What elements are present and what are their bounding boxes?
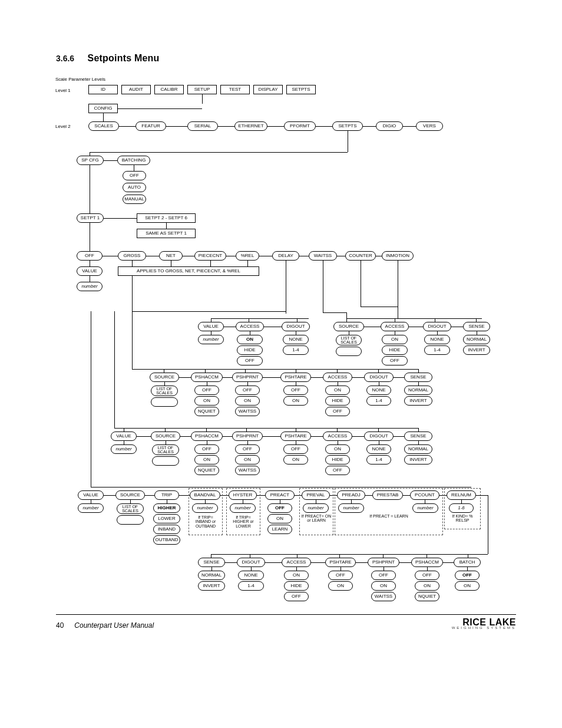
gC-pshtare-off: OFF xyxy=(283,444,308,454)
gC-sense-invert: INVERT xyxy=(404,455,432,465)
gD-trip-higher: HIGHER xyxy=(153,503,180,513)
batching: BATCHING xyxy=(117,156,150,165)
page-number: 40 xyxy=(56,621,64,630)
gE-pshtare-off: OFF xyxy=(328,571,353,580)
level1-SETPTS: SETPTS xyxy=(286,85,316,94)
gD-trip-outband: OUTBAND xyxy=(153,535,180,545)
gC-access: ACCESS xyxy=(323,431,352,441)
l2-scales: SCALES xyxy=(88,121,119,131)
gD-pcount-num: number xyxy=(412,503,438,513)
gB-sense-invert: INVERT xyxy=(404,396,432,406)
setpt-range: SETPT 2 - SETPT 6 xyxy=(137,213,196,223)
if-trip-inband: If TRIP= INBAND or OUTBAND xyxy=(190,515,222,528)
value-number: number xyxy=(77,282,103,291)
gA-digout-14: 1-4 xyxy=(283,345,309,355)
gA-access-on: ON xyxy=(237,335,263,344)
gB-pshprnt-off: OFF xyxy=(235,386,260,395)
value-pill: VALUE xyxy=(77,266,103,276)
gB-sense-normal: NORMAL xyxy=(404,386,432,395)
if-trip-higher: If TRIP= HIGHER or LOWER xyxy=(227,515,259,528)
gA-access: ACCESS xyxy=(236,322,264,331)
gC-pshaccm: PSHACCM xyxy=(191,431,223,441)
batch-auto: AUTO xyxy=(123,183,146,192)
gB-access-off: OFF xyxy=(325,407,350,416)
gA2-source: SOURCE xyxy=(333,322,364,331)
gB-source-list: LIST OF SCALES xyxy=(151,386,178,396)
gC-pshprnt: PSHPRNT xyxy=(232,431,263,441)
gB-pshtare: PSHTARE xyxy=(280,373,311,382)
gC-source-list: LIST OF SCALES xyxy=(152,444,179,455)
gC-pshprnt-waitss: WAITSS xyxy=(235,466,260,475)
level1-TEST: TEST xyxy=(220,85,250,94)
gA2-access-hide: HIDE xyxy=(382,345,408,355)
level2-label: Level 2 xyxy=(55,124,71,129)
gE-sense-invert: INVERT xyxy=(198,581,225,591)
gD-source-blank xyxy=(117,515,144,525)
kind-waitss: WAITSS xyxy=(309,251,337,261)
gE-digout-none: NONE xyxy=(238,571,264,580)
gE-pshprnt-off: OFF xyxy=(371,571,396,580)
level1-ID: ID xyxy=(88,85,118,94)
gD-source: SOURCE xyxy=(115,490,145,500)
gD-value-num: number xyxy=(78,503,104,513)
if-kind-relsp: If KIND= % RELSP xyxy=(447,514,478,523)
l2-featur: FEATUR xyxy=(135,121,166,131)
if-preact-on: If PREACT= ON or LEARN xyxy=(300,514,332,523)
gD-preact: PREACT xyxy=(265,490,295,500)
gE-digout: DIGOUT xyxy=(237,558,265,567)
gC-digout-14: 1-4 xyxy=(366,455,391,465)
gB-pshprnt-on: ON xyxy=(235,396,260,406)
gC-digout: DIGOUT xyxy=(364,431,394,441)
gA-access-hide: HIDE xyxy=(237,345,263,355)
brand-logo: RICE LAKE WEIGHING SYSTEMS xyxy=(452,618,516,630)
gC-source: SOURCE xyxy=(151,431,180,441)
gA2-access-off: OFF xyxy=(382,356,408,365)
l2-setpts: SETPTS xyxy=(332,121,363,131)
gE-pshaccm: PSHACCM xyxy=(411,558,443,567)
gE-batch-on: ON xyxy=(455,581,480,591)
l2-serial: SERIAL xyxy=(187,121,218,131)
gB-pshtare-off: OFF xyxy=(283,386,308,395)
gC-pshprnt-off: OFF xyxy=(235,444,260,454)
gA2-access: ACCESS xyxy=(381,322,409,331)
gA2-sense-invert: INVERT xyxy=(463,345,490,355)
setpt1: SETPT 1 xyxy=(77,213,104,223)
gE-sense: SENSE xyxy=(198,558,225,567)
gB-access: ACCESS xyxy=(323,373,352,382)
applies-note: APPLIES TO GROSS, NET, PIECECNT, & %REL xyxy=(118,266,259,276)
gA-value-num: number xyxy=(198,335,224,344)
gE-pshprnt: PSHPRNT xyxy=(368,558,399,567)
gB-source-blank xyxy=(151,397,178,407)
gB-digout: DIGOUT xyxy=(364,373,394,382)
gE-digout-14: 1-4 xyxy=(238,581,264,591)
gD-trip: TRIP xyxy=(154,490,179,500)
gB-pshaccm-on: ON xyxy=(194,396,219,406)
gE-sense-normal: NORMAL xyxy=(198,571,225,580)
kind-piececnt: PIECECNT xyxy=(194,251,226,261)
gA2-digout-14: 1-4 xyxy=(424,345,450,355)
kind-inmotion: INMOTION xyxy=(382,251,414,261)
level1-DISPLAY: DISPLAY xyxy=(253,85,283,94)
gC-access-off: OFF xyxy=(325,466,350,475)
level1-CALIBR: CALIBR xyxy=(154,85,184,94)
gB-pshaccm-off: OFF xyxy=(194,386,219,395)
gD-preact-learn: LEARN xyxy=(267,525,292,534)
if-preact-learn: If PREACT = LEARN xyxy=(365,514,412,518)
setpt-same: SAME AS SETPT 1 xyxy=(137,229,196,238)
config-box: CONFIG xyxy=(88,104,118,113)
gC-pshtare-on: ON xyxy=(283,455,308,465)
l2-digio: DIGIO xyxy=(376,121,403,131)
gC-value-num: number xyxy=(111,444,137,454)
gA2-digout-none: NONE xyxy=(424,335,450,344)
gC-pshaccm-off: OFF xyxy=(194,444,219,454)
kind-counter: COUNTER xyxy=(345,251,376,261)
gA2-sense-normal: NORMAL xyxy=(463,335,490,344)
gE-access-on: ON xyxy=(284,571,309,580)
gB-pshaccm-nquiet: NQUIET xyxy=(194,407,219,416)
gB-access-hide: HIDE xyxy=(325,396,350,406)
section-number: 3.6.6 xyxy=(56,54,74,63)
gB-digout-none: NONE xyxy=(366,386,391,395)
doc-title: Counterpart User Manual xyxy=(74,621,154,630)
level1-label: Level 1 xyxy=(55,88,71,93)
gE-batch-off: OFF xyxy=(455,571,480,580)
